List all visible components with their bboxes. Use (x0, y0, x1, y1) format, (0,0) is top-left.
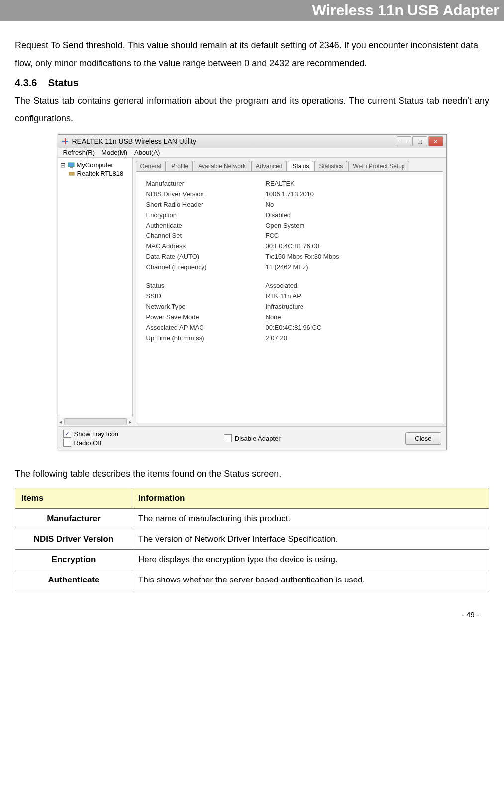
cell-item: Encryption (15, 550, 132, 570)
status-label: Data Rate (AUTO) (146, 253, 246, 260)
cell-item: Authenticate (15, 570, 132, 590)
table-header-items: Items (15, 488, 132, 509)
section-title: Status (48, 77, 79, 88)
cell-item: NDIS Driver Version (15, 529, 132, 550)
section-heading: 4.3.6 Status (15, 77, 489, 89)
status-value: Tx:150 Mbps Rx:30 Mbps (266, 253, 395, 260)
status-label: Status (146, 282, 246, 289)
radio-off-checkbox[interactable]: Radio Off (63, 439, 119, 447)
status-value: 1006.1.713.2010 (266, 190, 395, 198)
status-value: Disabled (266, 211, 395, 219)
status-value: FCC (266, 232, 395, 239)
device-tree: ⊟ MyComputer Realtek RTL818 (58, 158, 133, 417)
tab-available-network[interactable]: Available Network (194, 161, 250, 171)
checkbox-icon (224, 434, 232, 442)
tree-child[interactable]: Realtek RTL818 (60, 169, 130, 178)
status-value: No (266, 201, 395, 208)
section-number: 4.3.6 (15, 77, 37, 88)
tree-scrollbar[interactable]: ◂ ▸ (58, 417, 133, 426)
intro-paragraph: Request To Send threshold. This value sh… (15, 36, 489, 72)
menu-about[interactable]: About(A) (134, 149, 160, 156)
svg-rect-3 (70, 167, 73, 168)
show-tray-checkbox[interactable]: ✓ Show Tray Icon (63, 430, 119, 438)
header-title: Wireless 11n USB Adapter (312, 2, 499, 18)
radio-off-label: Radio Off (74, 439, 101, 447)
status-value: 00:E0:4C:81:96:CC (266, 324, 395, 331)
checkbox-icon (63, 439, 71, 447)
scroll-left-icon[interactable]: ◂ (59, 419, 62, 425)
tree-child-label: Realtek RTL818 (77, 170, 124, 177)
app-icon (61, 137, 69, 145)
status-label: Power Save Mode (146, 313, 246, 321)
tab-general[interactable]: General (136, 161, 166, 171)
status-value: Open System (266, 222, 395, 229)
document-header: Wireless 11n USB Adapter (0, 0, 504, 21)
status-label: Up Time (hh:mm:ss) (146, 334, 246, 342)
menu-refresh[interactable]: Refresh(R) (63, 149, 95, 156)
minimize-button[interactable]: — (397, 136, 411, 146)
cell-item: Manufacturer (15, 509, 132, 529)
svg-rect-4 (69, 172, 74, 175)
tab-advanced[interactable]: Advanced (251, 161, 287, 171)
tree-root[interactable]: ⊟ MyComputer (60, 161, 130, 169)
window-title: REALTEK 11n USB Wireless LAN Utility (72, 137, 196, 145)
close-button[interactable]: Close (405, 432, 441, 445)
svg-rect-2 (68, 163, 74, 167)
status-value: Associated (266, 282, 395, 289)
status-label: Associated AP MAC (146, 324, 246, 331)
cell-info: This shows whether the server based auth… (132, 570, 489, 590)
checkbox-icon: ✓ (63, 430, 71, 438)
status-value: REALTEK (266, 180, 395, 187)
tab-status[interactable]: Status (288, 161, 313, 171)
status-label: Authenticate (146, 222, 246, 229)
table-row: NDIS Driver Version The version of Netwo… (15, 529, 489, 550)
status-label: Channel Set (146, 232, 246, 239)
status-label: Network Type (146, 303, 246, 310)
status-label: Channel (Frequency) (146, 263, 246, 271)
table-row: Encryption Here displays the encryption … (15, 550, 489, 570)
table-row: Manufacturer The name of manufacturing t… (15, 509, 489, 529)
cell-info: The name of manufacturing this product. (132, 509, 489, 529)
status-label: Encryption (146, 211, 246, 219)
status-label: NDIS Driver Version (146, 190, 246, 198)
table-header-information: Information (132, 488, 489, 509)
table-intro: The following table describes the items … (15, 465, 489, 483)
page-number: - 49 - (0, 595, 504, 624)
table-row: Authenticate This shows whether the serv… (15, 570, 489, 590)
svg-rect-1 (65, 138, 66, 144)
status-value: RTK 11n AP (266, 292, 395, 300)
utility-window: REALTEK 11n USB Wireless LAN Utility — ▢… (58, 134, 447, 450)
menu-bar: Refresh(R) Mode(M) About(A) (58, 148, 446, 158)
status-description-table: Items Information Manufacturer The name … (15, 488, 489, 590)
computer-icon (68, 162, 75, 169)
tab-profile[interactable]: Profile (167, 161, 193, 171)
maximize-button[interactable]: ▢ (412, 136, 427, 146)
bottom-bar: ✓ Show Tray Icon Radio Off Disable Adapt… (58, 426, 446, 450)
status-label: SSID (146, 292, 246, 300)
tab-statistics[interactable]: Statistics (314, 161, 347, 171)
cell-info: Here displays the encryption type the de… (132, 550, 489, 570)
section-body: The Status tab contains general informat… (15, 92, 489, 127)
status-value: 00:E0:4C:81:76:00 (266, 242, 395, 250)
status-label: Manufacturer (146, 180, 246, 187)
status-label: Short Radio Header (146, 201, 246, 208)
scroll-right-icon[interactable]: ▸ (129, 419, 132, 425)
tab-wifi-protect-setup[interactable]: Wi-Fi Protect Setup (348, 161, 409, 171)
titlebar: REALTEK 11n USB Wireless LAN Utility — ▢… (58, 135, 446, 148)
status-label: MAC Address (146, 242, 246, 250)
status-panel: Manufacturer REALTEK NDIS Driver Version… (136, 171, 443, 423)
disable-adapter-checkbox[interactable]: Disable Adapter (224, 434, 281, 442)
show-tray-label: Show Tray Icon (74, 430, 119, 438)
tab-row: General Profile Available Network Advanc… (133, 158, 446, 171)
menu-mode[interactable]: Mode(M) (101, 149, 127, 156)
cell-info: The version of Network Driver Interface … (132, 529, 489, 550)
close-window-button[interactable]: ✕ (428, 136, 443, 146)
disable-adapter-label: Disable Adapter (235, 435, 281, 442)
minus-icon: ⊟ (60, 161, 66, 169)
status-value: None (266, 313, 395, 321)
status-value: Infrastructure (266, 303, 395, 310)
tree-root-label: MyComputer (77, 161, 113, 169)
status-value: 2:07:20 (266, 334, 395, 342)
status-value: 11 (2462 MHz) (266, 263, 395, 271)
adapter-icon (68, 170, 75, 177)
